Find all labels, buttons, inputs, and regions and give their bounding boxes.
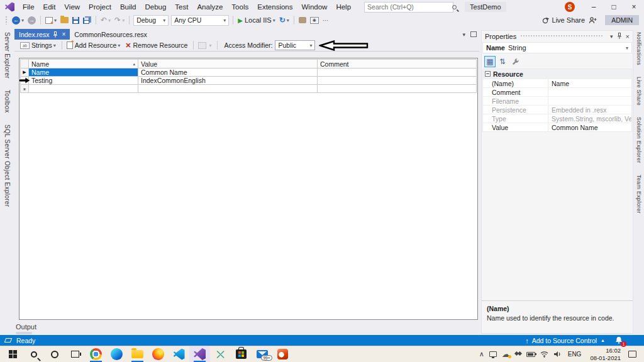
categorized-view-icon[interactable]: ▦: [484, 56, 496, 67]
tab-list-dropdown-icon[interactable]: ▾: [462, 31, 465, 38]
new-project-button[interactable]: ▾: [44, 14, 58, 26]
admin-badge[interactable]: ADMIN: [605, 15, 639, 25]
menu-analyze[interactable]: Analyze: [192, 3, 227, 11]
column-header-name[interactable]: Name▴: [29, 60, 138, 69]
quick-search-box[interactable]: [364, 2, 453, 13]
menu-tools[interactable]: Tools: [227, 3, 253, 11]
solution-platform-dropdown[interactable]: Any CPU▾: [171, 15, 229, 26]
mail-taskbar-button[interactable]: 99+: [252, 346, 272, 362]
grid-cell-comment[interactable]: [318, 69, 477, 77]
sidebar-tab-sql-server-object-explorer[interactable]: SQL Server Object Explorer: [4, 124, 11, 207]
resource-layout-button[interactable]: ▾: [196, 40, 213, 51]
row-header[interactable]: [21, 77, 29, 85]
grid-cell-new[interactable]: [29, 85, 138, 93]
row-header-current[interactable]: ▶: [21, 69, 29, 77]
open-file-button[interactable]: [59, 14, 70, 26]
cortana-button[interactable]: [44, 346, 65, 362]
onedrive-button[interactable]: ☁: [502, 350, 510, 358]
solution-name[interactable]: TestDemo: [465, 2, 506, 12]
pin-icon[interactable]: [617, 33, 622, 40]
wifi-button[interactable]: [540, 351, 548, 358]
taskbar-search-button[interactable]: [23, 346, 44, 362]
sidebar-tab-notifications[interactable]: Notifications: [636, 32, 642, 65]
resource-view-dropdown[interactable]: abStrings▾: [18, 40, 58, 51]
output-tab[interactable]: Output: [16, 323, 36, 331]
office-taskbar-button[interactable]: [272, 346, 293, 362]
column-header-value[interactable]: Value: [138, 60, 318, 69]
sidebar-tab-solution-explorer[interactable]: Solution Explorer: [636, 117, 642, 163]
property-pages-wrench-icon[interactable]: [509, 56, 521, 67]
edge-taskbar-button[interactable]: [106, 346, 127, 362]
grid-cell-new[interactable]: [138, 85, 318, 93]
access-modifier-dropdown[interactable]: Public▾: [275, 40, 315, 50]
notifications-bell-button[interactable]: 1: [615, 336, 623, 345]
navigate-forward-button[interactable]: →: [26, 14, 37, 26]
user-avatar[interactable]: S: [565, 2, 575, 12]
column-header-comment[interactable]: Comment: [318, 60, 477, 69]
dev-tool-taskbar-button[interactable]: ⤬: [210, 346, 231, 362]
pin-icon[interactable]: [53, 31, 58, 38]
grid-cell-name[interactable]: Testing: [29, 77, 138, 85]
live-share-button[interactable]: Live Share: [541, 14, 587, 26]
menu-window[interactable]: Window: [297, 3, 331, 11]
menu-file[interactable]: File: [18, 3, 39, 11]
menu-view[interactable]: View: [60, 3, 84, 11]
action-center-button[interactable]: [628, 351, 636, 358]
pane-grip[interactable]: [16, 332, 32, 334]
menu-test[interactable]: Test: [170, 3, 192, 11]
close-button[interactable]: ×: [624, 0, 644, 14]
save-button[interactable]: [71, 14, 80, 26]
store-taskbar-button[interactable]: [231, 346, 252, 362]
grid-cell-comment[interactable]: [318, 77, 477, 85]
menu-help[interactable]: Help: [331, 3, 355, 11]
save-all-button[interactable]: [82, 14, 92, 26]
toolbar-overflow-icon[interactable]: ⋯: [323, 17, 330, 24]
navigate-back-button[interactable]: ←▾: [11, 14, 25, 26]
panel-drag-texture[interactable]: [520, 35, 602, 38]
firefox-taskbar-button[interactable]: [148, 346, 169, 362]
meet-now-button[interactable]: [489, 351, 497, 357]
sidebar-tab-live-share[interactable]: Live Share: [636, 77, 642, 106]
tab-commonresources-resx[interactable]: CommonResources.resx: [70, 29, 152, 40]
sidebar-tab-server-explorer[interactable]: Server Explorer: [4, 32, 11, 79]
menu-build[interactable]: Build: [116, 3, 141, 11]
maximize-button[interactable]: □: [604, 0, 624, 14]
language-indicator[interactable]: ENG: [568, 351, 582, 358]
toolbar-grip[interactable]: [5, 16, 8, 25]
browser-link-refresh-button[interactable]: ↻▾: [278, 14, 291, 26]
menu-extensions[interactable]: Extensions: [253, 3, 297, 11]
grid-cell-name-selected[interactable]: Name: [29, 69, 138, 77]
browser-link-button[interactable]: [297, 14, 308, 26]
sidebar-tab-toolbox[interactable]: Toolbox: [4, 90, 11, 113]
undo-button[interactable]: ↶▾: [99, 14, 112, 26]
sidebar-tab-team-explorer[interactable]: Team Explorer: [636, 175, 642, 214]
close-panel-icon[interactable]: ×: [626, 33, 630, 40]
menu-project[interactable]: Project: [84, 3, 116, 11]
clock[interactable]: 16:02 08-01-2021: [590, 347, 621, 361]
vscode-taskbar-button[interactable]: [169, 346, 189, 362]
menu-debug[interactable]: Debug: [140, 3, 170, 11]
start-button[interactable]: [3, 346, 23, 362]
solution-configuration-dropdown[interactable]: Debug▾: [133, 15, 169, 26]
add-to-source-control-button[interactable]: Add to Source Control: [532, 337, 597, 344]
source-control-dropdown-icon[interactable]: ▲: [601, 338, 605, 343]
task-view-button[interactable]: [65, 346, 86, 362]
volume-button[interactable]: [553, 351, 562, 358]
row-header-new[interactable]: *: [21, 85, 29, 93]
grid-cell-new[interactable]: [318, 85, 477, 93]
collapse-icon[interactable]: −: [485, 71, 491, 77]
tab-close-icon[interactable]: ×: [62, 31, 65, 38]
file-explorer-taskbar-button[interactable]: [127, 346, 148, 362]
tab-index-resx[interactable]: Index.resx ×: [14, 29, 70, 40]
window-position-icon[interactable]: [470, 31, 477, 37]
visual-studio-taskbar-button[interactable]: [189, 346, 210, 362]
chrome-taskbar-button[interactable]: [86, 346, 106, 362]
category-resource[interactable]: − Resource: [483, 69, 631, 79]
web-browser-button[interactable]: ◉: [309, 14, 320, 26]
add-resource-button[interactable]: Add Resource▾: [65, 40, 123, 51]
grid-cell-value[interactable]: IndexCommonEnglish: [138, 77, 318, 85]
feedback-button[interactable]: [587, 14, 598, 26]
menu-edit[interactable]: Edit: [39, 3, 60, 11]
alphabetical-sort-icon[interactable]: ⇅: [497, 56, 508, 67]
remove-resource-button[interactable]: ✕Remove Resource: [123, 40, 189, 51]
